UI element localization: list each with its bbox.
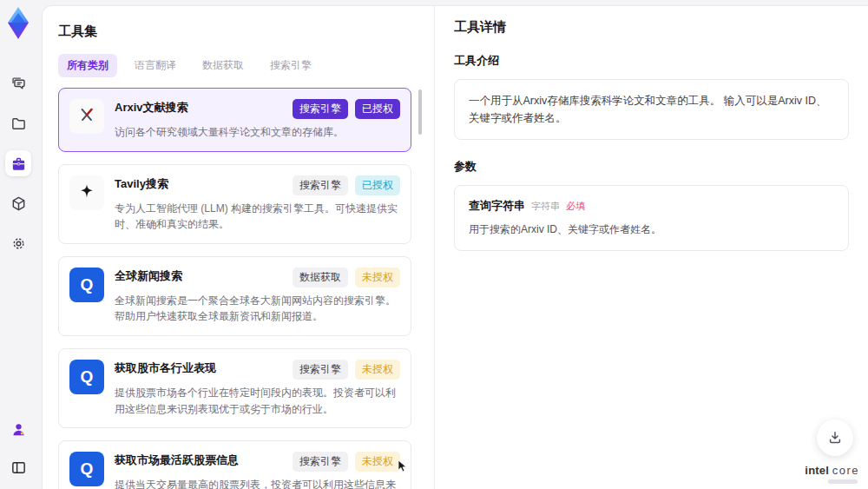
tool-card[interactable]: Tavily搜索 搜索引擎 已授权 专为人工智能代理 (LLM) 构建的搜索引擎… xyxy=(58,164,411,244)
auth-status-badge: 已授权 xyxy=(355,99,400,119)
tool-tags: 搜索引擎 已授权 xyxy=(293,175,400,195)
settings-gear-icon[interactable] xyxy=(5,230,31,256)
params-heading: 参数 xyxy=(454,159,849,175)
tool-name: Tavily搜索 xyxy=(115,175,168,192)
download-button[interactable] xyxy=(817,420,853,456)
tool-description: 专为人工智能代理 (LLM) 构建的搜索引擎工具。可快速提供实时、准确和真实的结… xyxy=(115,201,400,233)
auth-status-badge: 未授权 xyxy=(355,452,400,472)
param-name: 查询字符串 xyxy=(469,198,525,214)
tool-tags: 搜索引擎 未授权 xyxy=(293,360,400,380)
tool-card[interactable]: Q 获取市场最活跃股票信息 搜索引擎 未授权 提供当天交易量最高的股票列表，投资… xyxy=(58,440,411,489)
tool-list: Arxiv文献搜索 搜索引擎 已授权 访问各个研究领域大量科学论文和文章的存储库… xyxy=(58,88,411,489)
tool-card[interactable]: Arxiv文献搜索 搜索引擎 已授权 访问各个研究领域大量科学论文和文章的存储库… xyxy=(58,88,411,152)
tool-body: 全球新闻搜索 数据获取 未授权 全球新闻搜索是一个聚合全球各大新闻网站内容的搜索… xyxy=(115,268,400,325)
main-card: 工具集 所有类别 语言翻译 数据获取 搜索引擎 Arxiv文献搜索 搜索引擎 已… xyxy=(42,5,868,489)
sparkle-icon xyxy=(69,175,104,210)
category-badge: 数据获取 xyxy=(293,268,348,287)
tab-search-engine[interactable]: 搜索引擎 xyxy=(261,54,320,77)
tool-description: 访问各个研究领域大量科学论文和文章的存储库。 xyxy=(115,124,400,141)
tool-list-wrap: Arxiv文献搜索 搜索引擎 已授权 访问各个研究领域大量科学论文和文章的存储库… xyxy=(58,88,422,489)
tool-name: 获取股市各行业表现 xyxy=(115,360,216,376)
q-icon: Q xyxy=(69,268,104,302)
tool-body: 获取股市各行业表现 搜索引擎 未授权 提供股票市场各个行业在特定时间段内的表现。… xyxy=(115,360,400,417)
user-avatar-icon[interactable] xyxy=(5,416,31,442)
intro-box: 一个用于从Arxiv存储库搜索科学论文和文章的工具。 输入可以是Arxiv ID… xyxy=(454,79,849,140)
param-card: 查询字符串 字符串 必填 用于搜索的Arxiv ID、关键字或作者姓名。 xyxy=(454,185,849,251)
q-icon: Q xyxy=(69,452,104,486)
app-window: 工具集 所有类别 语言翻译 数据获取 搜索引擎 Arxiv文献搜索 搜索引擎 已… xyxy=(0,0,868,489)
mouse-cursor xyxy=(398,459,408,473)
q-icon: Q xyxy=(69,360,104,394)
rail-nav xyxy=(5,70,31,256)
tool-body: Arxiv文献搜索 搜索引擎 已授权 访问各个研究领域大量科学论文和文章的存储库… xyxy=(115,99,400,141)
tool-description: 提供股票市场各个行业在特定时间段内的表现。投资者可以利用这些信息来识别表现优于或… xyxy=(115,385,400,417)
tool-details-panel: 工具详情 工具介绍 一个用于从Arxiv存储库搜索科学论文和文章的工具。 输入可… xyxy=(435,6,868,489)
param-type: 字符串 xyxy=(531,200,560,213)
folder-icon[interactable] xyxy=(5,110,31,136)
tool-collection-panel: 工具集 所有类别 语言翻译 数据获取 搜索引擎 Arxiv文献搜索 搜索引擎 已… xyxy=(43,6,435,489)
tool-body: Tavily搜索 搜索引擎 已授权 专为人工智能代理 (LLM) 构建的搜索引擎… xyxy=(115,175,400,233)
param-desc: 用于搜索的Arxiv ID、关键字或作者姓名。 xyxy=(469,221,834,238)
app-logo-icon xyxy=(3,4,33,43)
details-title: 工具详情 xyxy=(454,19,849,36)
category-badge: 搜索引擎 xyxy=(293,99,348,119)
intel-logo-text: intel xyxy=(805,464,829,477)
tab-language-translation[interactable]: 语言翻译 xyxy=(126,54,185,77)
scrollbar[interactable] xyxy=(418,88,422,489)
tool-card[interactable]: Q 获取股市各行业表现 搜索引擎 未授权 提供股票市场各个行业在特定时间段内的表… xyxy=(58,348,411,428)
core-logo-text: core xyxy=(832,464,859,477)
tab-data-fetching[interactable]: 数据获取 xyxy=(194,54,253,77)
auth-status-badge: 已授权 xyxy=(355,175,400,195)
tool-tags: 搜索引擎 未授权 xyxy=(293,452,400,472)
tool-description: 全球新闻搜索是一个聚合全球各大新闻网站内容的搜索引擎。帮助用户快速获取全球最新资… xyxy=(115,293,400,325)
auth-status-badge: 未授权 xyxy=(355,360,400,380)
auth-status-badge: 未授权 xyxy=(355,268,400,287)
cube-icon[interactable] xyxy=(5,190,31,216)
tool-tags: 数据获取 未授权 xyxy=(293,268,400,287)
category-badge: 搜索引擎 xyxy=(293,360,348,380)
scrollbar-thumb[interactable] xyxy=(418,89,422,135)
category-badge: 搜索引擎 xyxy=(293,175,348,195)
tool-tags: 搜索引擎 已授权 xyxy=(293,99,400,119)
tool-name: Arxiv文献搜索 xyxy=(115,99,188,116)
tab-all-categories[interactable]: 所有类别 xyxy=(58,54,117,77)
intel-logo-subbadge xyxy=(828,479,858,484)
tool-name: 获取市场最活跃股票信息 xyxy=(115,452,239,468)
param-required-badge: 必填 xyxy=(566,200,585,213)
tool-description: 提供当天交易量最高的股票列表，投资者可以利用这些信息来识别流动性强的股票和潜在的… xyxy=(115,477,400,489)
main-area: 工具集 所有类别 语言翻译 数据获取 搜索引擎 Arxiv文献搜索 搜索引擎 已… xyxy=(36,0,868,489)
icon-rail xyxy=(0,0,36,489)
arxiv-icon xyxy=(69,99,104,134)
chat-icon[interactable] xyxy=(5,70,31,96)
rail-bottom xyxy=(5,416,31,480)
toolbox-icon-active[interactable] xyxy=(5,150,31,176)
tool-card[interactable]: Q 全球新闻搜索 数据获取 未授权 全球新闻搜索是一个聚合全球各大新闻网站内容的… xyxy=(58,256,411,336)
page-title: 工具集 xyxy=(58,23,422,40)
tool-body: 获取市场最活跃股票信息 搜索引擎 未授权 提供当天交易量最高的股票列表，投资者可… xyxy=(115,452,400,489)
tool-name: 全球新闻搜索 xyxy=(115,268,182,284)
intro-heading: 工具介绍 xyxy=(454,53,849,69)
category-badge: 搜索引擎 xyxy=(293,452,348,472)
intel-core-logo: intel core xyxy=(805,465,859,484)
param-head: 查询字符串 字符串 必填 xyxy=(469,198,834,214)
category-tabs: 所有类别 语言翻译 数据获取 搜索引擎 xyxy=(58,54,422,77)
panel-toggle-icon[interactable] xyxy=(5,454,31,480)
